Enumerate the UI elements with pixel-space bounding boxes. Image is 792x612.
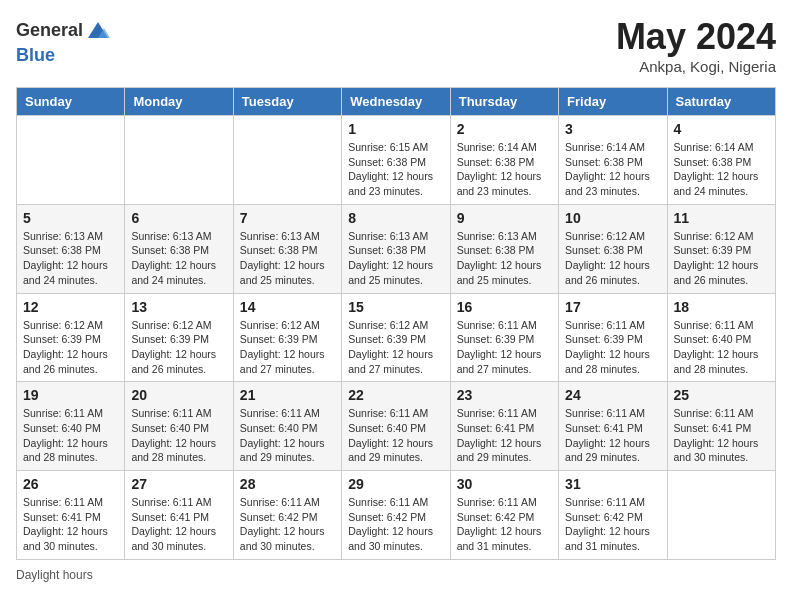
calendar-day-cell: 23Sunrise: 6:11 AM Sunset: 6:41 PM Dayli… bbox=[450, 382, 558, 471]
calendar-day-cell: 17Sunrise: 6:11 AM Sunset: 6:39 PM Dayli… bbox=[559, 293, 667, 382]
day-number: 15 bbox=[348, 299, 443, 315]
day-info: Sunrise: 6:13 AM Sunset: 6:38 PM Dayligh… bbox=[348, 229, 443, 288]
calendar-day-cell: 31Sunrise: 6:11 AM Sunset: 6:42 PM Dayli… bbox=[559, 471, 667, 560]
daylight-label: Daylight hours bbox=[16, 568, 93, 582]
day-number: 18 bbox=[674, 299, 769, 315]
day-info: Sunrise: 6:11 AM Sunset: 6:42 PM Dayligh… bbox=[348, 495, 443, 554]
day-info: Sunrise: 6:13 AM Sunset: 6:38 PM Dayligh… bbox=[131, 229, 226, 288]
calendar-day-cell: 19Sunrise: 6:11 AM Sunset: 6:40 PM Dayli… bbox=[17, 382, 125, 471]
calendar-day-cell: 28Sunrise: 6:11 AM Sunset: 6:42 PM Dayli… bbox=[233, 471, 341, 560]
logo-general: General bbox=[16, 20, 83, 40]
footer-note: Daylight hours bbox=[16, 568, 776, 582]
day-number: 5 bbox=[23, 210, 118, 226]
day-number: 11 bbox=[674, 210, 769, 226]
calendar-week-row: 5Sunrise: 6:13 AM Sunset: 6:38 PM Daylig… bbox=[17, 204, 776, 293]
calendar-day-cell: 11Sunrise: 6:12 AM Sunset: 6:39 PM Dayli… bbox=[667, 204, 775, 293]
calendar-day-cell: 20Sunrise: 6:11 AM Sunset: 6:40 PM Dayli… bbox=[125, 382, 233, 471]
day-info: Sunrise: 6:11 AM Sunset: 6:41 PM Dayligh… bbox=[131, 495, 226, 554]
day-number: 9 bbox=[457, 210, 552, 226]
calendar-day-cell: 1Sunrise: 6:15 AM Sunset: 6:38 PM Daylig… bbox=[342, 116, 450, 205]
day-number: 6 bbox=[131, 210, 226, 226]
calendar-day-cell: 24Sunrise: 6:11 AM Sunset: 6:41 PM Dayli… bbox=[559, 382, 667, 471]
day-info: Sunrise: 6:14 AM Sunset: 6:38 PM Dayligh… bbox=[565, 140, 660, 199]
calendar-day-cell: 8Sunrise: 6:13 AM Sunset: 6:38 PM Daylig… bbox=[342, 204, 450, 293]
day-number: 26 bbox=[23, 476, 118, 492]
day-info: Sunrise: 6:14 AM Sunset: 6:38 PM Dayligh… bbox=[674, 140, 769, 199]
calendar-day-cell: 29Sunrise: 6:11 AM Sunset: 6:42 PM Dayli… bbox=[342, 471, 450, 560]
calendar-day-cell bbox=[233, 116, 341, 205]
calendar-day-cell: 16Sunrise: 6:11 AM Sunset: 6:39 PM Dayli… bbox=[450, 293, 558, 382]
day-number: 17 bbox=[565, 299, 660, 315]
calendar-week-row: 26Sunrise: 6:11 AM Sunset: 6:41 PM Dayli… bbox=[17, 471, 776, 560]
calendar-day-cell: 10Sunrise: 6:12 AM Sunset: 6:38 PM Dayli… bbox=[559, 204, 667, 293]
calendar-day-cell: 13Sunrise: 6:12 AM Sunset: 6:39 PM Dayli… bbox=[125, 293, 233, 382]
weekday-header-cell: Friday bbox=[559, 88, 667, 116]
day-number: 27 bbox=[131, 476, 226, 492]
calendar-day-cell: 25Sunrise: 6:11 AM Sunset: 6:41 PM Dayli… bbox=[667, 382, 775, 471]
calendar-day-cell: 7Sunrise: 6:13 AM Sunset: 6:38 PM Daylig… bbox=[233, 204, 341, 293]
calendar-day-cell: 5Sunrise: 6:13 AM Sunset: 6:38 PM Daylig… bbox=[17, 204, 125, 293]
day-number: 16 bbox=[457, 299, 552, 315]
day-info: Sunrise: 6:11 AM Sunset: 6:41 PM Dayligh… bbox=[23, 495, 118, 554]
day-info: Sunrise: 6:11 AM Sunset: 6:40 PM Dayligh… bbox=[240, 406, 335, 465]
day-info: Sunrise: 6:11 AM Sunset: 6:41 PM Dayligh… bbox=[674, 406, 769, 465]
day-number: 1 bbox=[348, 121, 443, 137]
day-info: Sunrise: 6:12 AM Sunset: 6:39 PM Dayligh… bbox=[131, 318, 226, 377]
day-info: Sunrise: 6:13 AM Sunset: 6:38 PM Dayligh… bbox=[457, 229, 552, 288]
weekday-header-cell: Thursday bbox=[450, 88, 558, 116]
weekday-header-cell: Wednesday bbox=[342, 88, 450, 116]
day-info: Sunrise: 6:12 AM Sunset: 6:39 PM Dayligh… bbox=[23, 318, 118, 377]
weekday-header-cell: Sunday bbox=[17, 88, 125, 116]
calendar-day-cell: 12Sunrise: 6:12 AM Sunset: 6:39 PM Dayli… bbox=[17, 293, 125, 382]
day-info: Sunrise: 6:11 AM Sunset: 6:40 PM Dayligh… bbox=[674, 318, 769, 377]
day-info: Sunrise: 6:11 AM Sunset: 6:41 PM Dayligh… bbox=[565, 406, 660, 465]
day-number: 14 bbox=[240, 299, 335, 315]
calendar-day-cell: 26Sunrise: 6:11 AM Sunset: 6:41 PM Dayli… bbox=[17, 471, 125, 560]
calendar-day-cell: 27Sunrise: 6:11 AM Sunset: 6:41 PM Dayli… bbox=[125, 471, 233, 560]
day-info: Sunrise: 6:12 AM Sunset: 6:39 PM Dayligh… bbox=[240, 318, 335, 377]
calendar-day-cell bbox=[17, 116, 125, 205]
location-title: Ankpa, Kogi, Nigeria bbox=[616, 58, 776, 75]
day-info: Sunrise: 6:11 AM Sunset: 6:42 PM Dayligh… bbox=[565, 495, 660, 554]
day-info: Sunrise: 6:13 AM Sunset: 6:38 PM Dayligh… bbox=[240, 229, 335, 288]
day-number: 24 bbox=[565, 387, 660, 403]
calendar-week-row: 12Sunrise: 6:12 AM Sunset: 6:39 PM Dayli… bbox=[17, 293, 776, 382]
day-number: 12 bbox=[23, 299, 118, 315]
calendar-day-cell: 4Sunrise: 6:14 AM Sunset: 6:38 PM Daylig… bbox=[667, 116, 775, 205]
weekday-header-cell: Tuesday bbox=[233, 88, 341, 116]
day-number: 30 bbox=[457, 476, 552, 492]
calendar-day-cell: 21Sunrise: 6:11 AM Sunset: 6:40 PM Dayli… bbox=[233, 382, 341, 471]
day-info: Sunrise: 6:11 AM Sunset: 6:40 PM Dayligh… bbox=[131, 406, 226, 465]
calendar-day-cell: 6Sunrise: 6:13 AM Sunset: 6:38 PM Daylig… bbox=[125, 204, 233, 293]
day-info: Sunrise: 6:13 AM Sunset: 6:38 PM Dayligh… bbox=[23, 229, 118, 288]
day-number: 3 bbox=[565, 121, 660, 137]
day-number: 23 bbox=[457, 387, 552, 403]
day-info: Sunrise: 6:11 AM Sunset: 6:42 PM Dayligh… bbox=[240, 495, 335, 554]
day-number: 21 bbox=[240, 387, 335, 403]
logo-blue: Blue bbox=[16, 45, 55, 65]
calendar-day-cell: 2Sunrise: 6:14 AM Sunset: 6:38 PM Daylig… bbox=[450, 116, 558, 205]
day-number: 28 bbox=[240, 476, 335, 492]
month-title: May 2024 bbox=[616, 16, 776, 58]
logo: General Blue bbox=[16, 16, 112, 66]
calendar-table: SundayMondayTuesdayWednesdayThursdayFrid… bbox=[16, 87, 776, 560]
calendar-day-cell: 15Sunrise: 6:12 AM Sunset: 6:39 PM Dayli… bbox=[342, 293, 450, 382]
day-info: Sunrise: 6:11 AM Sunset: 6:39 PM Dayligh… bbox=[565, 318, 660, 377]
day-info: Sunrise: 6:11 AM Sunset: 6:39 PM Dayligh… bbox=[457, 318, 552, 377]
day-number: 2 bbox=[457, 121, 552, 137]
day-info: Sunrise: 6:11 AM Sunset: 6:40 PM Dayligh… bbox=[23, 406, 118, 465]
calendar-day-cell: 30Sunrise: 6:11 AM Sunset: 6:42 PM Dayli… bbox=[450, 471, 558, 560]
calendar-body: 1Sunrise: 6:15 AM Sunset: 6:38 PM Daylig… bbox=[17, 116, 776, 560]
day-number: 19 bbox=[23, 387, 118, 403]
day-number: 10 bbox=[565, 210, 660, 226]
day-number: 8 bbox=[348, 210, 443, 226]
day-info: Sunrise: 6:15 AM Sunset: 6:38 PM Dayligh… bbox=[348, 140, 443, 199]
day-number: 25 bbox=[674, 387, 769, 403]
calendar-day-cell: 9Sunrise: 6:13 AM Sunset: 6:38 PM Daylig… bbox=[450, 204, 558, 293]
day-number: 7 bbox=[240, 210, 335, 226]
weekday-header-cell: Monday bbox=[125, 88, 233, 116]
day-number: 13 bbox=[131, 299, 226, 315]
weekday-header-cell: Saturday bbox=[667, 88, 775, 116]
calendar-week-row: 19Sunrise: 6:11 AM Sunset: 6:40 PM Dayli… bbox=[17, 382, 776, 471]
logo-text: General Blue bbox=[16, 16, 112, 66]
